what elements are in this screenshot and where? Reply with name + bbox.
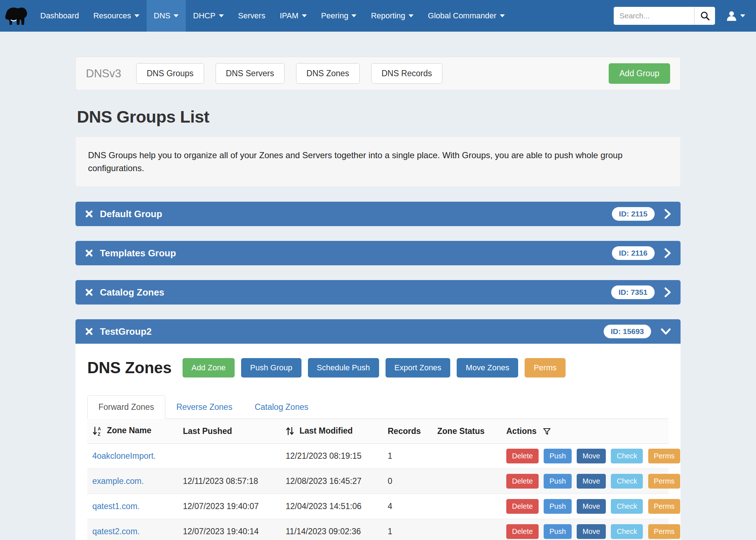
nav-item-label: DNS <box>154 11 170 20</box>
svg-text:Z: Z <box>98 432 100 436</box>
schedule-push-button[interactable]: Schedule Push <box>308 358 379 377</box>
check-zone-button[interactable]: Check <box>611 474 643 489</box>
nav-item-label: Reporting <box>371 11 405 20</box>
chevron-right-icon[interactable] <box>664 287 671 298</box>
dns-groups-button[interactable]: DNS Groups <box>136 63 204 84</box>
dns-records-button[interactable]: DNS Records <box>371 63 443 84</box>
remove-group-icon[interactable] <box>85 288 93 297</box>
nav-item-global-commander[interactable]: Global Commander <box>421 0 512 32</box>
column-header-zone-status[interactable]: Zone Status <box>437 426 485 436</box>
group-row-default-group[interactable]: Default Group ID: 2115 <box>75 202 681 226</box>
user-menu[interactable] <box>726 10 745 22</box>
nav-item-dashboard[interactable]: Dashboard <box>33 0 86 32</box>
perms-zone-button[interactable]: Perms <box>648 449 681 463</box>
search-button[interactable] <box>694 7 715 25</box>
mammoth-logo-icon <box>5 5 28 26</box>
perms-button[interactable]: Perms <box>525 358 566 377</box>
group-id-badge: ID: 2116 <box>612 246 655 260</box>
nav-item-label: Resources <box>93 11 131 20</box>
dns-servers-button[interactable]: DNS Servers <box>216 63 285 84</box>
nav-item-dns[interactable]: DNS <box>147 0 186 32</box>
push-zone-button[interactable]: Push <box>544 524 572 539</box>
add-zone-button[interactable]: Add Zone <box>183 358 235 377</box>
sort-icon[interactable] <box>286 426 294 436</box>
tab-reverse-zones[interactable]: Reverse Zones <box>165 395 244 419</box>
zone-name-link[interactable]: qatest1.com. <box>92 502 140 511</box>
dns-toolbar: DNSv3 DNS Groups DNS Servers DNS Zones D… <box>75 57 681 90</box>
zone-name-link[interactable]: qatest2.com. <box>92 527 140 536</box>
tab-catalog-zones[interactable]: Catalog Zones <box>244 395 320 419</box>
tab-forward-zones[interactable]: Forward Zones <box>87 395 165 419</box>
move-zone-button[interactable]: Move <box>577 524 606 539</box>
nav-item-servers[interactable]: Servers <box>231 0 273 32</box>
dns-zones-button[interactable]: DNS Zones <box>296 63 360 84</box>
records-count: 1 <box>388 527 392 536</box>
perms-zone-button[interactable]: Perms <box>648 474 681 489</box>
chevron-right-icon[interactable] <box>664 209 671 219</box>
group-row-templates-group[interactable]: Templates Group ID: 2116 <box>75 241 681 265</box>
move-zones-button[interactable]: Move Zones <box>457 358 518 377</box>
nav-item-label: Dashboard <box>40 11 79 20</box>
last-pushed-value: 12/07/2023 19:40:07 <box>183 502 259 511</box>
last-modified-value: 11/14/2023 09:02:36 <box>286 527 361 536</box>
move-zone-button[interactable]: Move <box>577 499 606 514</box>
caret-down-icon <box>500 14 505 17</box>
zones-table: A Z Zone Name Last Pushed <box>87 419 669 540</box>
delete-zone-button[interactable]: Delete <box>506 449 539 463</box>
zones-panel: DNS Zones Add Zone Push Group Schedule P… <box>75 344 681 540</box>
zone-name-link[interactable]: 4oakcloneImport. <box>92 451 156 461</box>
push-zone-button[interactable]: Push <box>544 474 572 489</box>
push-group-button[interactable]: Push Group <box>241 358 301 377</box>
check-zone-button[interactable]: Check <box>611 524 643 539</box>
search-icon <box>700 11 710 21</box>
push-zone-button[interactable]: Push <box>544 499 572 514</box>
group-id-badge: ID: 7351 <box>611 285 655 299</box>
move-zone-button[interactable]: Move <box>577 449 606 463</box>
check-zone-button[interactable]: Check <box>611 449 643 463</box>
nav-item-peering[interactable]: Peering <box>314 0 364 32</box>
zone-table-row: 4oakcloneImport. 12/21/2023 08:19:15 1 D… <box>87 444 669 469</box>
nav-item-ipam[interactable]: IPAM <box>272 0 314 32</box>
nav-item-label: Peering <box>321 11 349 20</box>
column-header-last-pushed[interactable]: Last Pushed <box>183 426 232 436</box>
last-pushed-value: 12/07/2023 19:40:14 <box>183 527 259 536</box>
records-count: 1 <box>388 451 392 461</box>
push-zone-button[interactable]: Push <box>544 449 572 463</box>
remove-group-icon[interactable] <box>85 249 93 257</box>
zone-table-row: qatest1.com. 12/07/2023 19:40:07 12/04/2… <box>87 494 669 519</box>
group-row-testgroup2[interactable]: TestGroup2 ID: 15693 <box>75 319 681 344</box>
chevron-down-icon[interactable] <box>660 328 671 335</box>
search-input[interactable] <box>614 7 694 25</box>
remove-group-icon[interactable] <box>85 327 93 336</box>
column-header-records[interactable]: Records <box>388 426 421 436</box>
delete-zone-button[interactable]: Delete <box>506 474 539 489</box>
app-logo[interactable] <box>0 0 33 32</box>
delete-zone-button[interactable]: Delete <box>506 499 539 514</box>
move-zone-button[interactable]: Move <box>577 474 606 489</box>
caret-down-icon <box>740 14 745 17</box>
zone-name-link[interactable]: example.com. <box>92 476 144 486</box>
group-name: Default Group <box>100 209 162 220</box>
group-id-badge: ID: 15693 <box>604 325 651 338</box>
filter-icon[interactable] <box>543 427 551 436</box>
sort-alpha-icon[interactable]: A Z <box>92 426 102 436</box>
group-row-catalog-zones[interactable]: Catalog Zones ID: 7351 <box>75 280 681 305</box>
nav-item-dhcp[interactable]: DHCP <box>186 0 231 32</box>
perms-zone-button[interactable]: Perms <box>648 524 681 539</box>
remove-group-icon[interactable] <box>85 210 93 218</box>
nav-item-label: IPAM <box>280 11 298 20</box>
export-zones-button[interactable]: Export Zones <box>386 358 451 377</box>
group-expanded-testgroup2: TestGroup2 ID: 15693 DNS Zones Add Zone … <box>75 319 681 540</box>
nav-item-resources[interactable]: Resources <box>86 0 147 32</box>
delete-zone-button[interactable]: Delete <box>506 524 539 539</box>
column-header-zone-name[interactable]: Zone Name <box>107 426 151 435</box>
column-header-last-modified[interactable]: Last Modified <box>299 426 352 435</box>
chevron-right-icon[interactable] <box>664 248 671 258</box>
groups-description: DNS Groups help you to organize all of y… <box>75 137 681 187</box>
perms-zone-button[interactable]: Perms <box>648 499 681 514</box>
table-header-row: A Z Zone Name Last Pushed <box>87 419 669 444</box>
add-group-button[interactable]: Add Group <box>609 63 670 84</box>
search-group <box>614 7 715 25</box>
nav-item-reporting[interactable]: Reporting <box>364 0 420 32</box>
check-zone-button[interactable]: Check <box>611 499 643 514</box>
